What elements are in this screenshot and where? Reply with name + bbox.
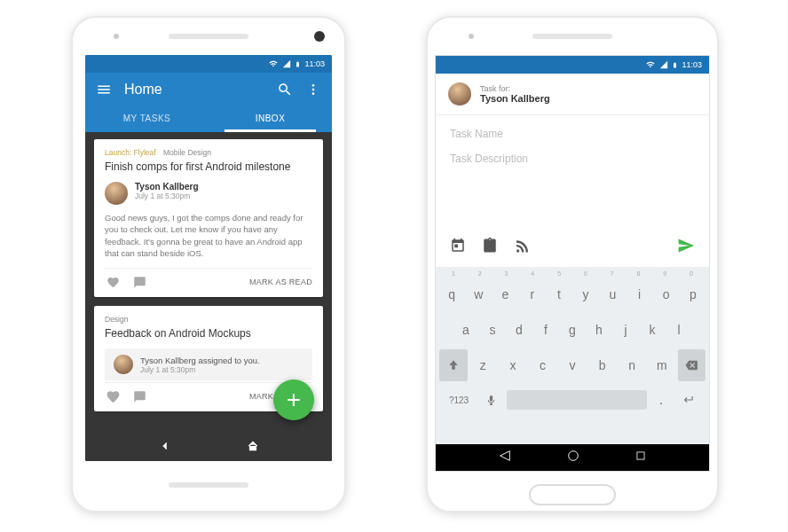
screen-1: 11:03 Home MY TASKS INBOX Launch: Flylea… xyxy=(85,55,332,461)
phone-device-1: 11:03 Home MY TASKS INBOX Launch: Flylea… xyxy=(71,16,346,512)
clipboard-icon[interactable] xyxy=(482,238,498,257)
key[interactable]: w xyxy=(466,278,491,310)
comment-date: July 1 at 5:30pm xyxy=(135,192,199,200)
key[interactable]: h xyxy=(587,314,611,346)
signal-icon xyxy=(659,60,668,69)
calendar-icon[interactable] xyxy=(450,238,466,257)
comment-icon[interactable] xyxy=(131,388,147,404)
back-icon[interactable] xyxy=(159,440,171,456)
speaker-grille xyxy=(169,482,248,488)
symbols-key[interactable]: ?123 xyxy=(443,387,475,413)
key[interactable]: o xyxy=(654,278,679,310)
key[interactable]: f xyxy=(533,314,558,346)
key[interactable]: u xyxy=(600,278,625,310)
heart-icon[interactable] xyxy=(105,388,121,404)
mark-as-read-button[interactable]: MARK AS READ xyxy=(249,278,312,286)
svg-point-1 xyxy=(312,89,315,91)
home-icon[interactable] xyxy=(247,440,259,456)
task-for-label: Task for: xyxy=(480,84,550,93)
spacebar-key[interactable] xyxy=(507,390,647,410)
keyboard-number-hints: 1234567890 xyxy=(437,270,707,277)
wifi-icon xyxy=(645,60,656,69)
home-button[interactable] xyxy=(529,484,616,505)
recents-icon[interactable] xyxy=(634,450,647,466)
task-name-input[interactable]: Task Name xyxy=(450,128,695,140)
search-icon[interactable] xyxy=(277,82,293,98)
tab-bar: MY TASKS INBOX xyxy=(85,106,332,132)
crumb-section: Mobile Design xyxy=(163,148,211,157)
fab-add-button[interactable]: + xyxy=(273,379,314,420)
key[interactable]: b xyxy=(588,349,617,381)
backspace-key[interactable] xyxy=(678,349,706,381)
page-title: Home xyxy=(124,82,264,98)
key[interactable]: m xyxy=(648,349,676,381)
send-button[interactable] xyxy=(677,237,695,258)
enter-key[interactable] xyxy=(675,387,702,413)
sensor-dot xyxy=(114,34,119,39)
front-camera xyxy=(314,31,325,42)
key[interactable]: t xyxy=(547,278,571,310)
key[interactable]: x xyxy=(499,349,527,381)
comment-icon[interactable] xyxy=(131,274,147,290)
wifi-icon xyxy=(268,59,279,68)
status-bar: 11:03 xyxy=(436,56,709,74)
key[interactable]: c xyxy=(529,349,557,381)
key[interactable]: a xyxy=(453,314,478,346)
key[interactable]: z xyxy=(469,349,498,381)
key[interactable]: d xyxy=(507,314,532,346)
task-form: Task Name Task Description xyxy=(436,115,709,190)
key[interactable]: k xyxy=(640,314,665,346)
breadcrumb: Launch: Flyleaf Mobile Design xyxy=(105,148,312,157)
bezel-top xyxy=(428,18,717,55)
tab-inbox[interactable]: INBOX xyxy=(209,106,332,132)
key[interactable]: g xyxy=(560,314,585,346)
key[interactable]: p xyxy=(681,278,705,310)
comment-author: Tyson Kallberg xyxy=(135,182,199,192)
home-icon[interactable] xyxy=(566,449,580,466)
task-title: Finish comps for first Android milestone xyxy=(105,160,312,173)
key[interactable]: i xyxy=(626,278,651,310)
status-time: 11:03 xyxy=(682,60,702,69)
task-title: Feedback on Android Mockups xyxy=(105,327,312,340)
svg-point-2 xyxy=(312,92,315,95)
task-description-input[interactable]: Task Description xyxy=(450,153,695,165)
assignment-date: July 1 at 5:30pm xyxy=(140,365,260,374)
key[interactable]: y xyxy=(573,278,598,310)
phone-device-2: 11:03 Task for: Tyson Kallberg Task Name… xyxy=(426,16,719,512)
status-bar: 11:03 xyxy=(85,55,332,73)
back-icon[interactable] xyxy=(498,449,512,466)
key[interactable]: j xyxy=(613,314,638,346)
svg-point-0 xyxy=(312,84,315,87)
shift-key[interactable] xyxy=(439,349,468,381)
key[interactable]: l xyxy=(666,314,691,346)
tab-my-tasks[interactable]: MY TASKS xyxy=(85,106,209,132)
period-key[interactable]: . xyxy=(652,387,670,413)
rss-icon[interactable] xyxy=(514,238,530,257)
key[interactable]: v xyxy=(558,349,587,381)
keyboard-row: asdfghjkl xyxy=(437,312,707,348)
battery-icon xyxy=(672,60,678,70)
nav-bar xyxy=(436,444,709,471)
key[interactable]: e xyxy=(492,278,517,310)
avatar xyxy=(448,82,471,106)
soft-keyboard: 1234567890 qwertyuiop asdfghjkl zxcvbnm … xyxy=(436,267,709,444)
card-actions: MARK AS READ xyxy=(105,268,312,290)
speaker-grille xyxy=(169,34,248,39)
task-for-name: Tyson Kallberg xyxy=(480,93,550,104)
speaker-grille xyxy=(532,34,612,39)
heart-icon[interactable] xyxy=(105,274,121,290)
inbox-card[interactable]: Launch: Flyleaf Mobile Design Finish com… xyxy=(94,139,323,297)
mic-key[interactable] xyxy=(480,387,501,413)
signal-icon xyxy=(282,59,291,68)
task-for-row[interactable]: Task for: Tyson Kallberg xyxy=(436,74,709,115)
key[interactable]: s xyxy=(480,314,505,346)
bezel-top xyxy=(73,18,344,55)
key[interactable]: q xyxy=(439,278,464,310)
menu-icon[interactable] xyxy=(96,82,112,98)
assignment-text: Tyson Kallberg assigned to you. xyxy=(140,356,260,365)
overflow-icon[interactable] xyxy=(305,82,321,98)
key[interactable]: r xyxy=(520,278,545,310)
app-bar: Home xyxy=(85,73,332,106)
key[interactable]: n xyxy=(618,349,646,381)
assignment-row: Tyson Kallberg assigned to you. July 1 a… xyxy=(105,348,312,380)
